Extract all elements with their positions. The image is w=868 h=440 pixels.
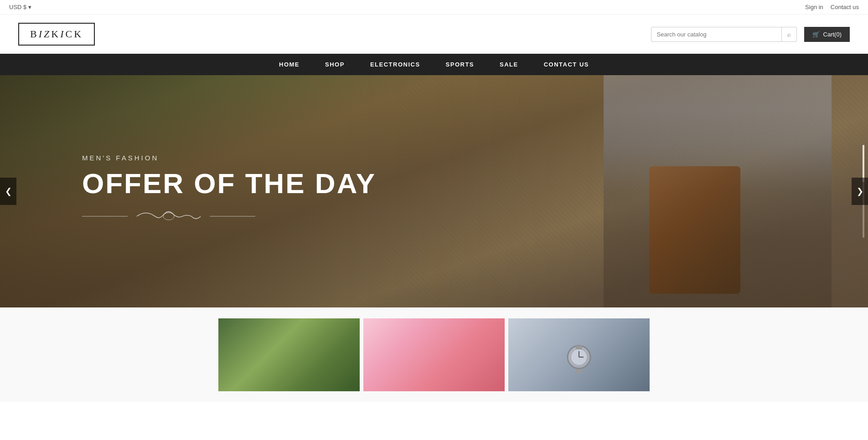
hero-subtitle: MEN'S FASHION xyxy=(82,154,376,162)
search-icon: ⌕ xyxy=(787,31,791,38)
signin-link[interactable]: Sign in xyxy=(805,4,823,10)
nav-item-home[interactable]: HOME xyxy=(266,54,312,75)
product-row xyxy=(0,307,868,402)
currency-selector-wrapper[interactable]: USD $ ▾ xyxy=(9,4,31,10)
hero-title: OFFER OF THE DAY xyxy=(82,168,376,199)
hero-content: MEN'S FASHION OFFER OF THE DAY xyxy=(82,154,376,229)
nav-item-sale[interactable]: SALE xyxy=(487,54,531,75)
currency-label: USD $ xyxy=(9,4,26,10)
cart-button[interactable]: 🛒 Cart(0) xyxy=(804,27,850,42)
currency-dropdown-icon: ▾ xyxy=(28,4,31,10)
main-nav: HOME SHOP ELECTRONICS SPORTS SALE CONTAC… xyxy=(0,54,868,75)
slider-prev-icon: ❮ xyxy=(5,186,12,196)
svg-rect-6 xyxy=(576,369,582,373)
product-thumb-3[interactable] xyxy=(508,318,650,391)
hero-bag xyxy=(649,166,740,294)
watch-icon-svg xyxy=(561,337,597,373)
nav-item-contact[interactable]: CONTACT US xyxy=(531,54,602,75)
svg-point-2 xyxy=(163,213,174,220)
hero-divider xyxy=(82,207,376,229)
top-bar: USD $ ▾ Sign in Contact us xyxy=(0,0,868,15)
slider-prev-button[interactable]: ❮ xyxy=(0,178,16,205)
svg-rect-5 xyxy=(576,346,582,349)
header: BIZKiCK ⌕ 🛒 Cart(0) xyxy=(0,15,868,54)
header-right: ⌕ 🛒 Cart(0) xyxy=(651,27,850,42)
logo[interactable]: BIZKiCK xyxy=(18,23,95,46)
product-thumb-1[interactable] xyxy=(218,318,360,391)
slider-next-icon: ❯ xyxy=(857,186,863,196)
cart-label: Cart(0) xyxy=(823,31,842,38)
slider-next-button[interactable]: ❯ xyxy=(852,178,868,205)
nav-item-electronics[interactable]: ELECTRONICS xyxy=(357,54,433,75)
nav-item-shop[interactable]: SHOP xyxy=(312,54,357,75)
nav-item-sports[interactable]: SPORTS xyxy=(433,54,487,75)
scroll-thumb xyxy=(863,145,864,182)
top-bar-right: Sign in Contact us xyxy=(805,4,859,10)
contact-us-link[interactable]: Contact us xyxy=(831,4,859,10)
search-input[interactable] xyxy=(651,27,781,41)
logo-text: BIZKiCK xyxy=(30,28,83,40)
hero-ornament-svg xyxy=(82,207,255,225)
hero-slider: MEN'S FASHION OFFER OF THE DAY ❮ ❯ xyxy=(0,75,868,307)
cart-icon: 🛒 xyxy=(812,31,820,38)
product-thumb-2[interactable] xyxy=(363,318,505,391)
currency-selector[interactable]: USD $ ▾ xyxy=(9,4,31,10)
search-button[interactable]: ⌕ xyxy=(781,27,796,41)
search-bar: ⌕ xyxy=(651,27,797,42)
